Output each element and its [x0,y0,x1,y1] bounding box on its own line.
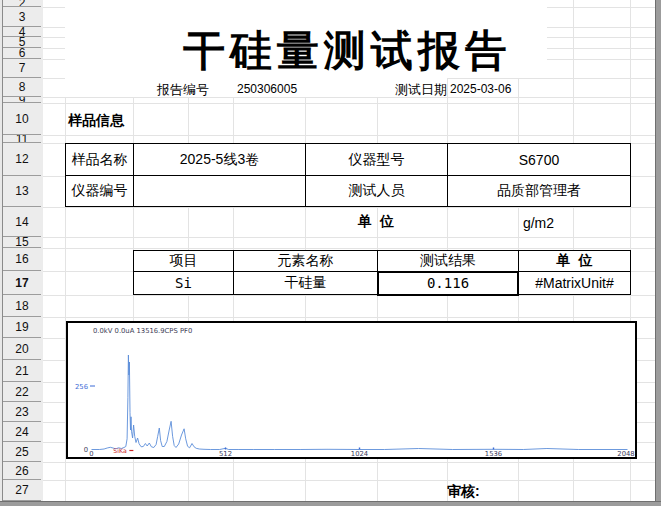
x-tick-mark [359,448,360,450]
x-tick-label: 1024 [351,450,368,457]
report-title[interactable]: 干硅量测试报告 [65,24,630,78]
y-tick-label: 256 [75,383,88,391]
spreadsheet-window: 2345678910111213141516171819202122232425… [0,0,661,506]
sample-name-label-cell[interactable]: 样品名称 [66,144,134,176]
gridline-row [43,317,655,318]
gridline-row [43,480,655,481]
element-annotation: SiKa [113,447,127,454]
bottom-window-edge [0,501,661,506]
gridline-row [43,97,655,98]
instrument-no-label-cell[interactable]: 仪器编号 [66,176,134,206]
x-tick-label: 512 [219,450,232,457]
sample-name-value-cell[interactable]: 2025-5线3卷 [134,144,306,176]
spectrum-svg: 0.0kV 0.0uA 13516.9CPS PF005121024153620… [68,323,635,457]
tester-label-cell[interactable]: 测试人员 [306,176,448,206]
chart-header-label: 0.0kV 0.0uA 13516.9CPS PF0 [93,327,192,335]
unit-label-cell[interactable]: 单 位 [305,210,447,234]
results-header-element[interactable]: 元素名称 [234,251,378,272]
unit-value-cell[interactable]: g/m2 [447,211,630,235]
x-tick-mark [493,448,494,450]
gridline-row [43,237,655,238]
x-tick-mark [225,448,226,450]
spectrum-line [92,355,628,450]
gridline-row [43,248,655,249]
gridline-row [43,295,655,296]
instrument-model-value-cell[interactable]: S6700 [448,144,630,176]
right-window-edge [655,0,661,506]
x-tick-label: 2048 [617,450,634,457]
selected-cell-outline [377,271,519,296]
sample-info-table: 样品名称 2025-5线3卷 仪器型号 S6700 仪器编号 测试人员 品质部管… [65,143,631,207]
x-tick-label: 1536 [485,450,502,457]
instrument-model-label-cell[interactable]: 仪器型号 [306,144,448,176]
results-header-result[interactable]: 测试结果 [378,251,519,272]
gridline-row [43,135,655,136]
gridline-row [43,462,655,463]
test-date-label[interactable]: 测试日期 [395,81,447,99]
gridline-row [43,207,655,208]
gridline-row [43,103,655,104]
instrument-no-value-cell[interactable] [134,176,306,206]
results-unit-cell[interactable]: #MatrixUnit# [519,272,630,294]
tester-value-cell[interactable]: 品质部管理者 [448,176,630,206]
review-label[interactable]: 审核: [447,483,480,501]
results-item-cell[interactable]: Si [134,272,234,294]
y-zero-label: 0 [84,446,88,454]
results-header-item[interactable]: 项目 [134,251,234,272]
spectrum-chart[interactable]: 0.0kV 0.0uA 13516.9CPS PF005121024153620… [66,321,637,459]
section-title-sample-info[interactable]: 样品信息 [68,112,124,130]
test-date-value[interactable]: 2025-03-06 [450,82,511,96]
results-header-unit[interactable]: 单 位 [519,251,630,272]
x-tick-label: 0 [89,450,93,457]
results-element-cell[interactable]: 干硅量 [234,272,378,294]
report-no-value[interactable]: 250306005 [237,82,297,96]
report-no-label[interactable]: 报告编号 [157,81,209,99]
